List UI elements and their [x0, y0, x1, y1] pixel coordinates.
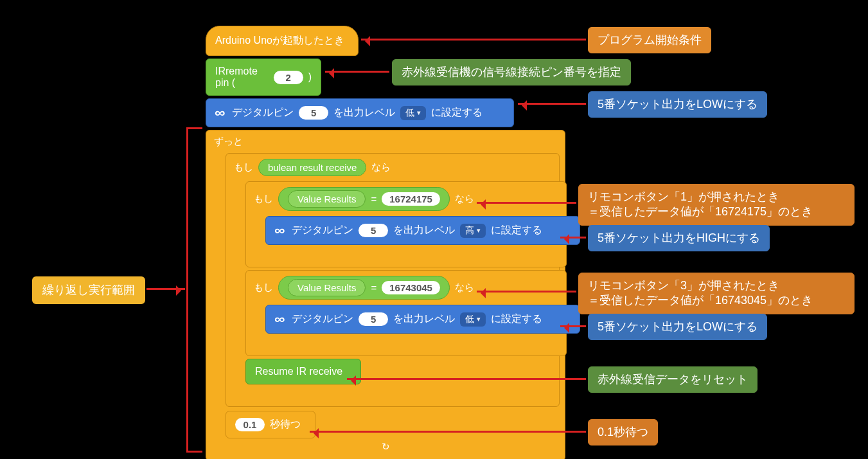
arrow: [310, 431, 586, 433]
if-receive-if: もし: [234, 161, 253, 174]
dp-high-level-dropdown[interactable]: 高: [460, 224, 486, 238]
dp-low2-t2: を出力レベル: [393, 312, 455, 326]
loop-bracket: [186, 127, 202, 453]
anno-dp-init: 5番ソケット出力をLOWにする: [588, 91, 767, 118]
anno-wait: 0.1秒待つ: [588, 419, 658, 446]
irremote-prefix: IRremote pin (: [215, 66, 269, 89]
loop-icon: [382, 441, 390, 453]
anno-dp-low2-text: 5番ソケット出力をLOWにする: [598, 320, 757, 333]
arrow: [477, 291, 576, 292]
anno-resume-text: 赤外線受信データをリセット: [598, 373, 748, 386]
if-value1-block[interactable]: もし Value Results = 16724175 なら: [245, 181, 567, 267]
anno-loop-range: 繰り返し実行範囲: [32, 276, 145, 304]
event-hat-label: Arduino Unoが起動したとき: [215, 34, 344, 48]
if-value2-then: なら: [455, 282, 474, 294]
dp-init-t3: に設定する: [431, 106, 483, 120]
arrow: [560, 237, 586, 239]
anno-irpin: 赤外線受信機の信号線接続ピン番号を指定: [392, 59, 631, 86]
if-value1-rhs-input[interactable]: 16724175: [382, 192, 440, 206]
if-value2-cond-wrap[interactable]: Value Results = 16743045: [278, 276, 450, 300]
if-receive-block[interactable]: もし bulean result receive なら もし Value Res…: [226, 153, 560, 407]
if-value1-then: なら: [455, 193, 474, 205]
dp-init-t1: デジタルピン: [232, 106, 294, 120]
dp-high-t1: デジタルピン: [292, 224, 353, 237]
anno-value1: リモコンボタン「1」が押されたとき ＝受信したデータ値が「16724175」のと…: [578, 184, 855, 226]
arduino-icon: ∞: [215, 105, 225, 120]
dp-low2-t3: に設定する: [491, 312, 542, 326]
resume-ir-block[interactable]: Resume IR receive: [245, 359, 361, 384]
if-value1-if: もし: [254, 193, 273, 205]
if-value1-eq: =: [371, 194, 376, 204]
anno-value2-l2: ＝受信したデータ値が「16743045」のとき: [588, 294, 813, 307]
anno-value1-l1: リモコンボタン「1」が押されたとき: [588, 190, 779, 203]
digital-pin-high-block[interactable]: ∞ デジタルピン 5 を出力レベル 高 に設定する: [265, 216, 580, 245]
event-hat-block[interactable]: Arduino Unoが起動したとき: [206, 26, 359, 56]
if-value2-if: もし: [254, 282, 273, 294]
if-value2-block[interactable]: もし Value Results = 16743045 なら: [245, 270, 567, 356]
wait-label: 秒待つ: [270, 418, 301, 431]
arrow: [518, 103, 586, 105]
anno-loop-range-text: 繰り返し実行範囲: [42, 284, 135, 296]
if-receive-then: なら: [371, 161, 391, 174]
anno-value1-l2: ＝受信したデータ値が「16724175」のとき: [588, 205, 813, 218]
arrow: [560, 325, 586, 327]
block-program: Arduino Unoが起動したとき IRremote pin ( 2 ) ∞ …: [206, 26, 565, 459]
dp-high-t2: を出力レベル: [393, 224, 455, 237]
anno-dp-high: 5番ソケット出力をHIGHにする: [588, 225, 770, 251]
dp-high-t3: に設定する: [491, 224, 542, 237]
irremote-pin-input[interactable]: 2: [274, 71, 303, 84]
forever-label: ずっと: [214, 136, 243, 148]
dp-init-level-dropdown[interactable]: 低: [400, 106, 426, 120]
if-value1-cond-wrap[interactable]: Value Results = 16724175: [278, 187, 450, 211]
irremote-suffix: ): [308, 71, 312, 83]
arrow: [361, 39, 586, 40]
arrow: [477, 202, 576, 204]
dp-low2-pin-input[interactable]: 5: [359, 312, 388, 326]
anno-irpin-text: 赤外線受信機の信号線接続ピン番号を指定: [402, 66, 621, 78]
anno-value2: リモコンボタン「3」が押されたとき ＝受信したデータ値が「16743045」のと…: [578, 273, 855, 314]
dp-init-t2: を出力レベル: [333, 106, 395, 120]
wait-block[interactable]: 0.1 秒待つ: [226, 411, 315, 438]
irremote-pin-block[interactable]: IRremote pin ( 2 ): [206, 59, 321, 96]
digital-pin-low2-block[interactable]: ∞ デジタルピン 5 を出力レベル 低 に設定する: [265, 305, 580, 334]
arrow: [347, 378, 586, 380]
if-receive-cond[interactable]: bulean result receive: [258, 159, 366, 176]
anno-start: プログラム開始条件: [588, 27, 711, 53]
arrow: [146, 288, 185, 290]
if-value2-eq: =: [371, 282, 376, 293]
if-value1-lhs[interactable]: Value Results: [288, 190, 366, 208]
dp-high-pin-input[interactable]: 5: [359, 224, 388, 237]
anno-wait-text: 0.1秒待つ: [598, 426, 648, 438]
dp-low2-t1: デジタルピン: [292, 312, 353, 326]
if-value2-lhs[interactable]: Value Results: [288, 279, 366, 296]
arduino-icon: ∞: [274, 312, 285, 327]
dp-init-pin-input[interactable]: 5: [299, 106, 328, 120]
digital-pin-init-block[interactable]: ∞ デジタルピン 5 を出力レベル 低 に設定する: [206, 98, 514, 127]
wait-value-input[interactable]: 0.1: [235, 418, 265, 431]
anno-dp-high-text: 5番ソケット出力をHIGHにする: [598, 231, 760, 244]
arrow: [325, 71, 389, 73]
dp-low2-level-dropdown[interactable]: 低: [460, 312, 486, 327]
anno-value2-l1: リモコンボタン「3」が押されたとき: [588, 279, 779, 292]
arduino-icon: ∞: [274, 223, 285, 238]
anno-dp-low2: 5番ソケット出力をLOWにする: [588, 314, 767, 340]
forever-block[interactable]: ずっと もし bulean result receive なら もし: [206, 130, 565, 459]
anno-resume: 赤外線受信データをリセット: [588, 366, 757, 393]
anno-dp-init-text: 5番ソケット出力をLOWにする: [598, 98, 757, 111]
anno-start-text: プログラム開始条件: [598, 33, 702, 46]
resume-ir-label: Resume IR receive: [255, 366, 342, 377]
if-value2-rhs-input[interactable]: 16743045: [382, 281, 440, 294]
